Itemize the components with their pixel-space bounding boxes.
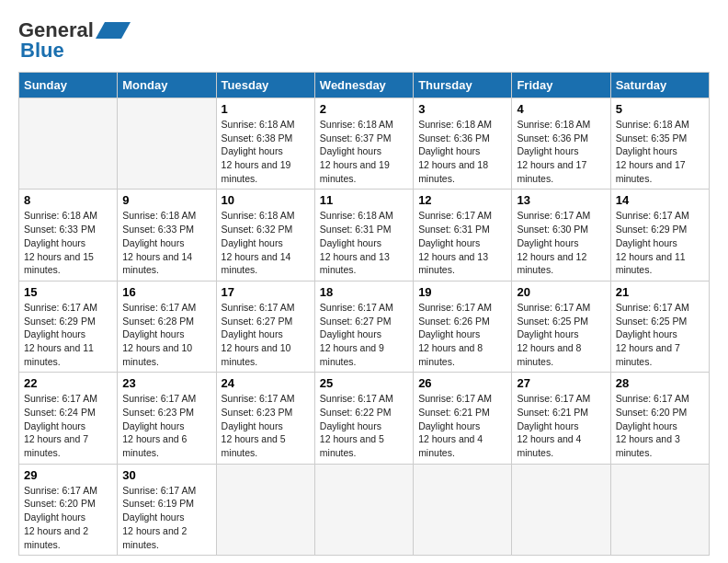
day-number: 19 [418, 285, 506, 299]
calendar-cell-5-6 [512, 464, 610, 555]
day-info: Sunrise: 6:18 AMSunset: 6:36 PMDaylight … [517, 118, 605, 185]
calendar-cell-2-4: 11Sunrise: 6:18 AMSunset: 6:31 PMDayligh… [314, 190, 413, 281]
calendar-header-row: SundayMondayTuesdayWednesdayThursdayFrid… [19, 73, 710, 98]
day-number: 27 [517, 376, 605, 390]
svg-marker-0 [96, 22, 131, 39]
calendar-cell-2-1: 8Sunrise: 6:18 AMSunset: 6:33 PMDaylight… [19, 190, 118, 281]
calendar-cell-4-2: 23Sunrise: 6:17 AMSunset: 6:23 PMDayligh… [118, 373, 216, 464]
day-info: Sunrise: 6:17 AMSunset: 6:25 PMDaylight … [517, 301, 605, 368]
calendar-cell-5-5 [414, 464, 512, 555]
day-info: Sunrise: 6:18 AMSunset: 6:33 PMDaylight … [24, 209, 112, 276]
calendar-cell-3-5: 19Sunrise: 6:17 AMSunset: 6:26 PMDayligh… [414, 281, 512, 372]
day-info: Sunrise: 6:18 AMSunset: 6:33 PMDaylight … [122, 209, 210, 276]
day-info: Sunrise: 6:17 AMSunset: 6:21 PMDaylight … [418, 392, 506, 459]
day-info: Sunrise: 6:17 AMSunset: 6:31 PMDaylight … [418, 209, 506, 276]
calendar-cell-5-7 [610, 464, 709, 555]
calendar-cell-1-1 [19, 98, 118, 190]
day-info: Sunrise: 6:18 AMSunset: 6:36 PMDaylight … [418, 118, 506, 185]
day-number: 15 [24, 285, 112, 299]
day-number: 20 [517, 285, 605, 299]
day-number: 2 [320, 102, 408, 116]
calendar-cell-4-6: 27Sunrise: 6:17 AMSunset: 6:21 PMDayligh… [512, 373, 610, 464]
day-info: Sunrise: 6:18 AMSunset: 6:38 PMDaylight … [222, 118, 310, 185]
calendar-cell-4-7: 28Sunrise: 6:17 AMSunset: 6:20 PMDayligh… [610, 373, 709, 464]
calendar-cell-2-2: 9Sunrise: 6:18 AMSunset: 6:33 PMDaylight… [118, 190, 216, 281]
calendar-cell-2-6: 13Sunrise: 6:17 AMSunset: 6:30 PMDayligh… [512, 190, 610, 281]
calendar-cell-5-3 [216, 464, 314, 555]
day-number: 5 [616, 102, 704, 116]
calendar-cell-1-4: 2Sunrise: 6:18 AMSunset: 6:37 PMDaylight… [314, 98, 413, 190]
day-number: 25 [320, 376, 408, 390]
calendar-body: 1Sunrise: 6:18 AMSunset: 6:38 PMDaylight… [19, 98, 710, 556]
day-info: Sunrise: 6:17 AMSunset: 6:20 PMDaylight … [616, 392, 704, 459]
calendar-cell-4-5: 26Sunrise: 6:17 AMSunset: 6:21 PMDayligh… [414, 373, 512, 464]
day-number: 14 [616, 193, 704, 207]
calendar-cell-4-1: 22Sunrise: 6:17 AMSunset: 6:24 PMDayligh… [19, 373, 118, 464]
calendar-header-wednesday: Wednesday [314, 73, 413, 98]
calendar-cell-5-2: 30Sunrise: 6:17 AMSunset: 6:19 PMDayligh… [118, 464, 216, 555]
day-info: Sunrise: 6:18 AMSunset: 6:35 PMDaylight … [616, 118, 704, 185]
day-number: 17 [222, 285, 310, 299]
week-row-3: 15Sunrise: 6:17 AMSunset: 6:29 PMDayligh… [19, 281, 710, 372]
calendar-cell-3-7: 21Sunrise: 6:17 AMSunset: 6:25 PMDayligh… [610, 281, 709, 372]
calendar-cell-3-4: 18Sunrise: 6:17 AMSunset: 6:27 PMDayligh… [314, 281, 413, 372]
calendar-cell-3-2: 16Sunrise: 6:17 AMSunset: 6:28 PMDayligh… [118, 281, 216, 372]
day-number: 12 [418, 193, 506, 207]
day-info: Sunrise: 6:17 AMSunset: 6:24 PMDaylight … [24, 392, 112, 459]
calendar-header-thursday: Thursday [414, 73, 512, 98]
day-number: 21 [616, 285, 704, 299]
calendar-cell-2-7: 14Sunrise: 6:17 AMSunset: 6:29 PMDayligh… [610, 190, 709, 281]
day-info: Sunrise: 6:17 AMSunset: 6:23 PMDaylight … [222, 392, 310, 459]
calendar-cell-1-6: 4Sunrise: 6:18 AMSunset: 6:36 PMDaylight… [512, 98, 610, 190]
day-number: 16 [122, 285, 210, 299]
calendar-cell-2-3: 10Sunrise: 6:18 AMSunset: 6:32 PMDayligh… [216, 190, 314, 281]
calendar-cell-3-6: 20Sunrise: 6:17 AMSunset: 6:25 PMDayligh… [512, 281, 610, 372]
day-info: Sunrise: 6:18 AMSunset: 6:31 PMDaylight … [320, 209, 408, 276]
calendar-cell-2-5: 12Sunrise: 6:17 AMSunset: 6:31 PMDayligh… [414, 190, 512, 281]
day-info: Sunrise: 6:17 AMSunset: 6:19 PMDaylight … [122, 484, 210, 551]
calendar-header-sunday: Sunday [19, 73, 118, 98]
calendar-table: SundayMondayTuesdayWednesdayThursdayFrid… [18, 72, 710, 556]
calendar-cell-4-4: 25Sunrise: 6:17 AMSunset: 6:22 PMDayligh… [314, 373, 413, 464]
calendar-cell-1-5: 3Sunrise: 6:18 AMSunset: 6:36 PMDaylight… [414, 98, 512, 190]
calendar-cell-3-3: 17Sunrise: 6:17 AMSunset: 6:27 PMDayligh… [216, 281, 314, 372]
calendar-cell-4-3: 24Sunrise: 6:17 AMSunset: 6:23 PMDayligh… [216, 373, 314, 464]
day-info: Sunrise: 6:18 AMSunset: 6:37 PMDaylight … [320, 118, 408, 185]
day-number: 23 [122, 376, 210, 390]
day-info: Sunrise: 6:17 AMSunset: 6:27 PMDaylight … [222, 301, 310, 368]
day-number: 11 [320, 193, 408, 207]
calendar-cell-1-2 [118, 98, 216, 190]
day-info: Sunrise: 6:17 AMSunset: 6:23 PMDaylight … [122, 392, 210, 459]
page-header: General Blue [18, 18, 710, 63]
calendar-cell-5-1: 29Sunrise: 6:17 AMSunset: 6:20 PMDayligh… [19, 464, 118, 555]
day-number: 28 [616, 376, 704, 390]
week-row-4: 22Sunrise: 6:17 AMSunset: 6:24 PMDayligh… [19, 373, 710, 464]
day-info: Sunrise: 6:17 AMSunset: 6:26 PMDaylight … [418, 301, 506, 368]
day-info: Sunrise: 6:17 AMSunset: 6:27 PMDaylight … [320, 301, 408, 368]
calendar-cell-1-7: 5Sunrise: 6:18 AMSunset: 6:35 PMDaylight… [610, 98, 709, 190]
day-number: 18 [320, 285, 408, 299]
logo: General Blue [18, 18, 131, 63]
day-info: Sunrise: 6:17 AMSunset: 6:21 PMDaylight … [517, 392, 605, 459]
calendar-header-saturday: Saturday [610, 73, 709, 98]
logo-blue: Blue [20, 39, 64, 63]
day-number: 8 [24, 193, 112, 207]
calendar-header-monday: Monday [118, 73, 216, 98]
calendar-header-friday: Friday [512, 73, 610, 98]
calendar-cell-3-1: 15Sunrise: 6:17 AMSunset: 6:29 PMDayligh… [19, 281, 118, 372]
day-number: 29 [24, 468, 112, 482]
week-row-1: 1Sunrise: 6:18 AMSunset: 6:38 PMDaylight… [19, 98, 710, 190]
day-info: Sunrise: 6:17 AMSunset: 6:20 PMDaylight … [24, 484, 112, 551]
day-number: 24 [222, 376, 310, 390]
day-number: 1 [222, 102, 310, 116]
day-number: 3 [418, 102, 506, 116]
day-number: 10 [222, 193, 310, 207]
day-number: 30 [122, 468, 210, 482]
day-info: Sunrise: 6:18 AMSunset: 6:32 PMDaylight … [222, 209, 310, 276]
day-info: Sunrise: 6:17 AMSunset: 6:22 PMDaylight … [320, 392, 408, 459]
day-number: 26 [418, 376, 506, 390]
day-number: 4 [517, 102, 605, 116]
calendar-header-tuesday: Tuesday [216, 73, 314, 98]
day-info: Sunrise: 6:17 AMSunset: 6:25 PMDaylight … [616, 301, 704, 368]
day-info: Sunrise: 6:17 AMSunset: 6:30 PMDaylight … [517, 209, 605, 276]
